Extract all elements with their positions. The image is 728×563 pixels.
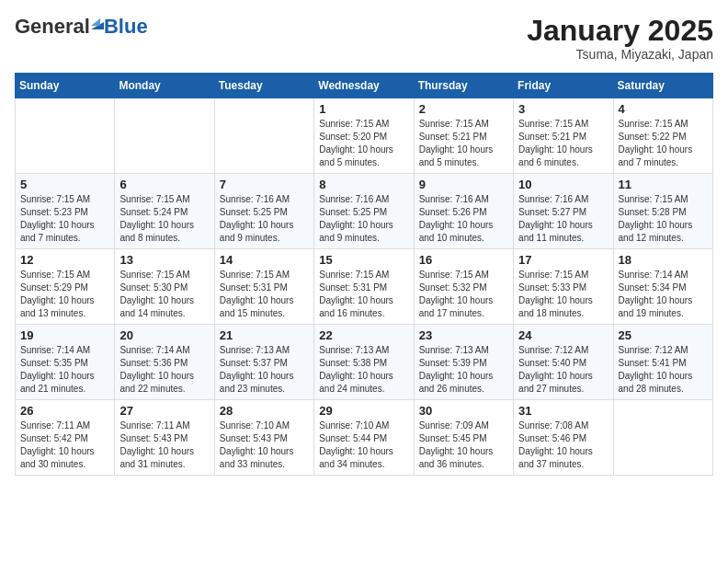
day-info: Sunrise: 7:15 AM Sunset: 5:28 PM Dayligh… (619, 193, 708, 245)
calendar-day-cell: 13Sunrise: 7:15 AM Sunset: 5:30 PM Dayli… (115, 249, 214, 325)
logo-general: General (15, 15, 90, 39)
day-number: 7 (220, 178, 309, 191)
day-info: Sunrise: 7:15 AM Sunset: 5:31 PM Dayligh… (220, 269, 309, 320)
day-number: 10 (518, 178, 608, 191)
day-number: 14 (220, 253, 309, 267)
day-number: 23 (419, 328, 508, 342)
day-number: 2 (419, 102, 508, 116)
calendar-day-cell: 28Sunrise: 7:10 AM Sunset: 5:43 PM Dayli… (214, 400, 313, 476)
calendar-day-cell: 22Sunrise: 7:13 AM Sunset: 5:38 PM Dayli… (314, 325, 414, 400)
calendar-day-cell: 20Sunrise: 7:14 AM Sunset: 5:36 PM Dayli… (115, 325, 214, 400)
svg-marker-1 (91, 18, 100, 26)
day-info: Sunrise: 7:10 AM Sunset: 5:44 PM Dayligh… (319, 419, 408, 471)
day-info: Sunrise: 7:15 AM Sunset: 5:31 PM Dayligh… (319, 269, 408, 320)
calendar-day-cell: 18Sunrise: 7:14 AM Sunset: 5:34 PM Dayli… (613, 249, 712, 325)
calendar-day-cell: 23Sunrise: 7:13 AM Sunset: 5:39 PM Dayli… (414, 325, 513, 400)
day-info: Sunrise: 7:13 AM Sunset: 5:39 PM Dayligh… (419, 344, 508, 396)
day-number: 31 (518, 404, 608, 418)
calendar-day-cell: 17Sunrise: 7:15 AM Sunset: 5:33 PM Dayli… (514, 249, 613, 325)
day-number: 8 (319, 178, 408, 191)
calendar-day-cell: 21Sunrise: 7:13 AM Sunset: 5:37 PM Dayli… (214, 325, 313, 400)
calendar-header-row: SundayMondayTuesdayWednesdayThursdayFrid… (16, 74, 713, 98)
calendar-day-cell: 31Sunrise: 7:08 AM Sunset: 5:46 PM Dayli… (514, 400, 613, 476)
calendar-day-cell: 3Sunrise: 7:15 AM Sunset: 5:21 PM Daylig… (514, 98, 613, 174)
day-number: 6 (119, 178, 209, 191)
calendar-day-cell: 12Sunrise: 7:15 AM Sunset: 5:29 PM Dayli… (16, 249, 115, 325)
calendar-day-cell: 27Sunrise: 7:11 AM Sunset: 5:43 PM Dayli… (115, 400, 214, 476)
weekday-header: Sunday (16, 74, 115, 98)
day-number: 13 (119, 253, 209, 267)
calendar-week-row: 26Sunrise: 7:11 AM Sunset: 5:42 PM Dayli… (16, 400, 713, 476)
logo-icon (91, 17, 104, 29)
day-number: 15 (319, 253, 408, 267)
day-info: Sunrise: 7:15 AM Sunset: 5:20 PM Dayligh… (319, 118, 408, 169)
calendar-day-cell (613, 400, 712, 476)
day-number: 11 (619, 178, 708, 191)
calendar-day-cell (214, 98, 313, 174)
day-number: 24 (518, 328, 608, 342)
calendar-day-cell: 30Sunrise: 7:09 AM Sunset: 5:45 PM Dayli… (414, 400, 513, 476)
calendar-day-cell: 10Sunrise: 7:16 AM Sunset: 5:27 PM Dayli… (514, 174, 613, 249)
day-info: Sunrise: 7:15 AM Sunset: 5:24 PM Dayligh… (119, 193, 209, 245)
day-info: Sunrise: 7:12 AM Sunset: 5:40 PM Dayligh… (518, 344, 608, 396)
calendar-day-cell: 11Sunrise: 7:15 AM Sunset: 5:28 PM Dayli… (613, 174, 712, 249)
calendar-day-cell: 6Sunrise: 7:15 AM Sunset: 5:24 PM Daylig… (115, 174, 214, 249)
logo-blue: Blue (104, 15, 148, 39)
weekday-header: Thursday (414, 74, 513, 98)
calendar-day-cell: 29Sunrise: 7:10 AM Sunset: 5:44 PM Dayli… (314, 400, 414, 476)
calendar-day-cell: 25Sunrise: 7:12 AM Sunset: 5:41 PM Dayli… (613, 325, 712, 400)
day-number: 22 (319, 328, 408, 342)
day-info: Sunrise: 7:15 AM Sunset: 5:33 PM Dayligh… (518, 269, 608, 320)
day-info: Sunrise: 7:11 AM Sunset: 5:43 PM Dayligh… (119, 419, 209, 471)
day-info: Sunrise: 7:14 AM Sunset: 5:34 PM Dayligh… (619, 269, 708, 320)
day-number: 3 (518, 102, 608, 116)
day-info: Sunrise: 7:15 AM Sunset: 5:21 PM Dayligh… (419, 118, 508, 169)
day-number: 1 (319, 102, 408, 116)
day-info: Sunrise: 7:16 AM Sunset: 5:27 PM Dayligh… (518, 193, 608, 245)
calendar-day-cell (115, 98, 214, 174)
day-number: 4 (619, 102, 708, 116)
day-number: 5 (20, 178, 109, 191)
calendar-day-cell: 8Sunrise: 7:16 AM Sunset: 5:25 PM Daylig… (314, 174, 414, 249)
day-info: Sunrise: 7:16 AM Sunset: 5:25 PM Dayligh… (319, 193, 408, 245)
day-number: 21 (220, 328, 309, 342)
calendar-day-cell: 16Sunrise: 7:15 AM Sunset: 5:32 PM Dayli… (414, 249, 513, 325)
day-number: 12 (20, 253, 109, 267)
day-info: Sunrise: 7:11 AM Sunset: 5:42 PM Dayligh… (20, 419, 109, 471)
calendar-day-cell: 15Sunrise: 7:15 AM Sunset: 5:31 PM Dayli… (314, 249, 414, 325)
day-number: 20 (119, 328, 209, 342)
calendar-day-cell: 5Sunrise: 7:15 AM Sunset: 5:23 PM Daylig… (16, 174, 115, 249)
day-info: Sunrise: 7:13 AM Sunset: 5:38 PM Dayligh… (319, 344, 408, 396)
calendar-day-cell: 4Sunrise: 7:15 AM Sunset: 5:22 PM Daylig… (613, 98, 712, 174)
day-number: 29 (319, 404, 408, 418)
day-number: 30 (419, 404, 508, 418)
page-header: General Blue January 2025 Tsuma, Miyazak… (15, 15, 713, 62)
calendar-week-row: 12Sunrise: 7:15 AM Sunset: 5:29 PM Dayli… (16, 249, 713, 325)
day-number: 26 (20, 404, 109, 418)
calendar-day-cell: 24Sunrise: 7:12 AM Sunset: 5:40 PM Dayli… (514, 325, 613, 400)
title-block: January 2025 Tsuma, Miyazaki, Japan (527, 15, 713, 62)
day-number: 16 (419, 253, 508, 267)
day-number: 27 (119, 404, 209, 418)
day-number: 25 (619, 328, 708, 342)
calendar-week-row: 5Sunrise: 7:15 AM Sunset: 5:23 PM Daylig… (16, 174, 713, 249)
day-info: Sunrise: 7:09 AM Sunset: 5:45 PM Dayligh… (419, 419, 508, 471)
day-info: Sunrise: 7:16 AM Sunset: 5:26 PM Dayligh… (419, 193, 508, 245)
day-number: 19 (20, 328, 109, 342)
day-info: Sunrise: 7:12 AM Sunset: 5:41 PM Dayligh… (619, 344, 708, 396)
day-info: Sunrise: 7:14 AM Sunset: 5:36 PM Dayligh… (119, 344, 209, 396)
day-info: Sunrise: 7:15 AM Sunset: 5:23 PM Dayligh… (20, 193, 109, 245)
location: Tsuma, Miyazaki, Japan (527, 47, 713, 62)
day-info: Sunrise: 7:16 AM Sunset: 5:25 PM Dayligh… (220, 193, 309, 245)
day-info: Sunrise: 7:08 AM Sunset: 5:46 PM Dayligh… (518, 419, 608, 471)
calendar-table: SundayMondayTuesdayWednesdayThursdayFrid… (15, 73, 713, 476)
weekday-header: Saturday (613, 74, 712, 98)
calendar-week-row: 19Sunrise: 7:14 AM Sunset: 5:35 PM Dayli… (16, 325, 713, 400)
day-number: 9 (419, 178, 508, 191)
weekday-header: Tuesday (214, 74, 313, 98)
calendar-day-cell: 26Sunrise: 7:11 AM Sunset: 5:42 PM Dayli… (16, 400, 115, 476)
day-info: Sunrise: 7:15 AM Sunset: 5:30 PM Dayligh… (119, 269, 209, 320)
weekday-header: Monday (115, 74, 214, 98)
day-info: Sunrise: 7:15 AM Sunset: 5:22 PM Dayligh… (619, 118, 708, 169)
day-info: Sunrise: 7:13 AM Sunset: 5:37 PM Dayligh… (220, 344, 309, 396)
